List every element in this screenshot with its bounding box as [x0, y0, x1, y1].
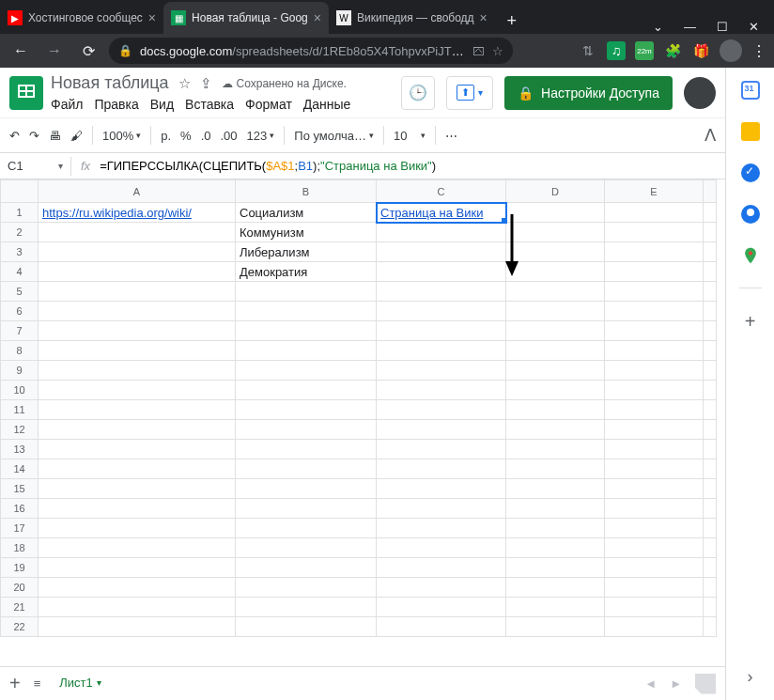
forward-button[interactable]: →	[41, 38, 68, 64]
cell-A21[interactable]	[39, 598, 236, 617]
cell-B14[interactable]	[236, 459, 377, 479]
col-header-D[interactable]: D	[506, 180, 605, 203]
sheets-logo-icon[interactable]	[9, 76, 43, 110]
cell-C13[interactable]	[377, 440, 506, 459]
cell-C11[interactable]	[377, 400, 506, 420]
add-sheet-button[interactable]: +	[9, 673, 21, 694]
redo-button[interactable]: ↷	[29, 129, 39, 143]
formula-input[interactable]: =ГИПЕРССЫЛКА(СЦЕПИТЬ($A$1;B1);"Страница …	[100, 159, 436, 173]
window-dropdown-icon[interactable]: ⌄	[653, 20, 663, 34]
font-select[interactable]: По умолча…▾	[294, 129, 374, 143]
close-window-icon[interactable]: ✕	[749, 20, 759, 34]
row-header-20[interactable]: 20	[1, 578, 39, 598]
row-header-21[interactable]: 21	[1, 598, 39, 617]
cell-D18[interactable]	[506, 538, 605, 558]
cell-A8[interactable]	[39, 341, 236, 361]
cell-D17[interactable]	[506, 519, 605, 538]
row-header-6[interactable]: 6	[1, 302, 39, 321]
row-header-7[interactable]: 7	[1, 321, 39, 341]
increase-decimal-button[interactable]: .00	[221, 129, 238, 143]
col-header-E[interactable]: E	[605, 180, 704, 203]
row-header-1[interactable]: 1	[1, 203, 39, 223]
row-header-12[interactable]: 12	[1, 420, 39, 440]
cell-A4[interactable]	[39, 262, 236, 282]
cell-C1[interactable]: Страница на Вики	[377, 203, 506, 223]
doc-title[interactable]: Новая таблица	[51, 73, 169, 93]
move-icon[interactable]: ⇪	[200, 75, 212, 92]
cell-C20[interactable]	[377, 578, 506, 598]
cell-E16[interactable]	[605, 499, 704, 519]
cell-B10[interactable]	[236, 381, 377, 400]
calendar-icon[interactable]	[741, 81, 760, 100]
cell-C7[interactable]	[377, 321, 506, 341]
share-button[interactable]: 🔒 Настройки Доступа	[504, 76, 673, 110]
cell-B11[interactable]	[236, 400, 377, 420]
cell-A20[interactable]	[39, 578, 236, 598]
row-header-9[interactable]: 9	[1, 361, 39, 381]
history-button[interactable]: 🕒	[401, 76, 435, 110]
tasks-icon[interactable]	[741, 163, 760, 182]
print-button[interactable]: 🖶	[49, 129, 61, 143]
cell-A17[interactable]	[39, 519, 236, 538]
cell-A5[interactable]	[39, 282, 236, 302]
maps-icon[interactable]	[741, 246, 760, 265]
cell-A12[interactable]	[39, 420, 236, 440]
cell-E1[interactable]	[605, 203, 704, 223]
cell-D7[interactable]	[506, 321, 605, 341]
cell-B7[interactable]	[236, 321, 377, 341]
row-header-11[interactable]: 11	[1, 400, 39, 420]
row-header-5[interactable]: 5	[1, 282, 39, 302]
cell-C3[interactable]	[377, 242, 506, 262]
cell-E12[interactable]	[605, 420, 704, 440]
cell-A9[interactable]	[39, 361, 236, 381]
maximize-icon[interactable]: ☐	[717, 20, 728, 34]
col-header-C[interactable]: C	[377, 180, 506, 203]
cell-C17[interactable]	[377, 519, 506, 538]
currency-button[interactable]: р.	[161, 129, 171, 143]
close-icon[interactable]: ×	[148, 10, 156, 25]
undo-button[interactable]: ↶	[9, 129, 20, 143]
explore-button[interactable]	[695, 674, 716, 694]
percent-button[interactable]: %	[180, 129, 192, 143]
row-header-2[interactable]: 2	[1, 223, 39, 242]
minimize-icon[interactable]: —	[684, 20, 696, 34]
url-box[interactable]: 🔒 docs.google.com/spreadsheets/d/1REb8o5…	[109, 38, 513, 64]
gift-icon[interactable]: 🎁	[691, 41, 710, 60]
cell-B9[interactable]	[236, 361, 377, 381]
col-header-A[interactable]: A	[39, 180, 236, 203]
profile-avatar[interactable]	[720, 39, 742, 62]
cell-B1[interactable]: Социализм	[236, 203, 377, 223]
cell-C2[interactable]	[377, 223, 506, 242]
row-header-10[interactable]: 10	[1, 381, 39, 400]
browser-tab-1[interactable]: ▦ Новая таблица - Goog ×	[163, 2, 329, 34]
star-icon[interactable]: ☆	[178, 75, 191, 92]
puzzle-icon[interactable]: 🧩	[663, 41, 682, 60]
cell-E2[interactable]	[605, 223, 704, 242]
cell-E15[interactable]	[605, 479, 704, 499]
cell-E4[interactable]	[605, 262, 704, 282]
music-ext-icon[interactable]: ♫	[607, 41, 626, 60]
cell-A3[interactable]	[39, 242, 236, 262]
close-icon[interactable]: ×	[480, 10, 488, 25]
menu-insert[interactable]: Вставка	[185, 97, 234, 112]
cell-A22[interactable]	[39, 617, 236, 637]
cell-E21[interactable]	[605, 598, 704, 617]
account-avatar[interactable]	[684, 77, 716, 109]
cell-C10[interactable]	[377, 381, 506, 400]
cell-E10[interactable]	[605, 381, 704, 400]
cell-A16[interactable]	[39, 499, 236, 519]
keep-icon[interactable]	[741, 122, 760, 141]
cell-D19[interactable]	[506, 558, 605, 578]
chevron-down-icon[interactable]: ▾	[97, 677, 101, 688]
row-header-15[interactable]: 15	[1, 479, 39, 499]
cell-E9[interactable]	[605, 361, 704, 381]
more-formats-button[interactable]: 123▾	[247, 129, 275, 143]
present-button[interactable]: ⬆ ▾	[446, 76, 493, 110]
cell-E20[interactable]	[605, 578, 704, 598]
cell-C6[interactable]	[377, 302, 506, 321]
cell-D21[interactable]	[506, 598, 605, 617]
row-header-17[interactable]: 17	[1, 519, 39, 538]
chevron-down-icon[interactable]: ▾	[58, 161, 63, 171]
cell-E8[interactable]	[605, 341, 704, 361]
cell-E11[interactable]	[605, 400, 704, 420]
